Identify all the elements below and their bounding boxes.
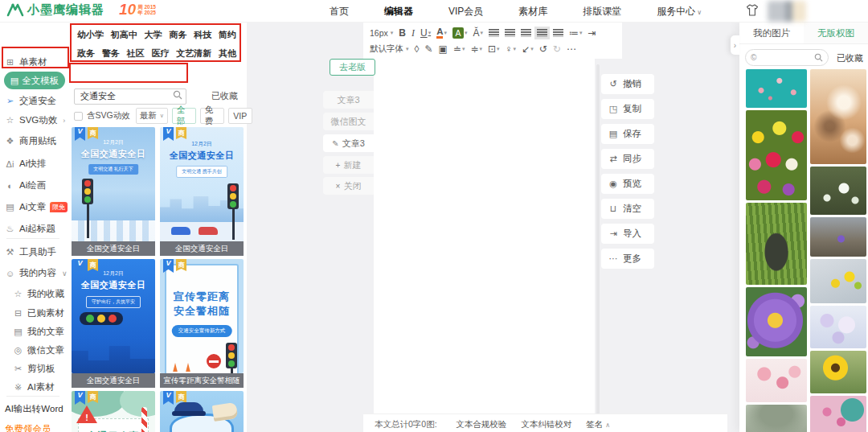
sidebar-item-wechat-articles[interactable]: ◎ 微信文章 [13, 344, 64, 356]
category-tech[interactable]: 科技 [194, 29, 211, 41]
letter-spacing-button[interactable]: Ă▾ [473, 27, 484, 39]
doc-tab-new[interactable]: + 新建 [323, 156, 374, 174]
app-logo[interactable]: 小墨鹰编辑器 [6, 2, 104, 18]
category-police[interactable]: 警务 [102, 47, 120, 60]
font-size-select[interactable]: 16px▾ [370, 28, 393, 38]
photo-purple-primrose[interactable] [746, 287, 807, 356]
photo-warm-blossom-tree[interactable] [810, 69, 866, 164]
search-icon[interactable] [173, 90, 182, 100]
template-search-input[interactable] [74, 88, 186, 105]
more-tools-icon[interactable]: ⋯ [567, 43, 576, 55]
image-search[interactable]: © [745, 49, 829, 66]
user-avatar-blurred[interactable] [768, 1, 806, 22]
photo-snowdrops[interactable] [810, 167, 866, 215]
photo-tulip-field[interactable] [746, 110, 807, 200]
photo-pink-cherry-blossoms[interactable] [746, 359, 807, 402]
align-justify-icon[interactable] [537, 29, 547, 37]
sidebar-item-stickers[interactable]: ❖ 商用贴纸 [5, 135, 56, 147]
sort-dropdown[interactable]: 最新∨ [136, 108, 168, 124]
align-right-icon[interactable] [521, 29, 531, 37]
undo-action-button[interactable]: ↺ 撤销 [601, 74, 654, 94]
category-community[interactable]: 社区 [127, 47, 145, 60]
preview-action-button[interactable]: ◉ 预览 [601, 174, 654, 194]
template-card[interactable]: V 商 12月2日 全国交通安全日 文明交通 礼行天下 全国交通安全日 [72, 127, 155, 256]
photo-ivy-arch[interactable] [746, 405, 807, 432]
photo-ground-purple-flower[interactable] [810, 217, 866, 257]
proofread-link[interactable]: 文本纠错校对 [521, 419, 571, 430]
undo-icon[interactable]: ↺ [539, 43, 547, 55]
paragraph-spacing-button[interactable]: ≑▾ [470, 43, 482, 55]
editor-canvas[interactable] [374, 58, 595, 413]
category-college[interactable]: 大学 [145, 29, 162, 41]
ordered-list-button[interactable]: ≔▾ [569, 27, 583, 39]
sidebar-item-ai-article[interactable]: ▤ Ai文章 限免 [5, 201, 68, 213]
sidebar-item-free-vip[interactable]: 免费领会员 [5, 423, 51, 432]
sidebar-item-traffic-safety[interactable]: ➢ 交通安全 [5, 95, 56, 107]
filter-tab-free[interactable]: 免费 [200, 108, 224, 124]
photo-teal-sky-blossoms[interactable] [746, 69, 807, 108]
brush-icon[interactable]: ✎ [424, 43, 432, 55]
category-medical[interactable]: 医疗 [151, 47, 169, 60]
nav-vip[interactable]: VIP会员 [448, 5, 483, 19]
import-action-button[interactable]: ⇥ 导入 [601, 224, 654, 244]
filter-tab-vip[interactable]: VIP [228, 108, 252, 124]
template-thumbnail-school-escort[interactable]: V 商 护航开学季 平安“警”相随 [160, 391, 244, 432]
sidebar-item-my-articles[interactable]: ▤ 我的文章 [13, 326, 64, 338]
sidebar-item-full-template-active[interactable]: ▤ 全文模板 [4, 72, 65, 89]
nav-materials[interactable]: 素材库 [518, 5, 547, 19]
doc-tab-article3[interactable]: 文章3 [323, 91, 374, 109]
category-middle-school[interactable]: 初高中 [111, 29, 137, 41]
collected-link[interactable]: 已收藏 [837, 52, 863, 64]
template-thumbnail-zero-distance[interactable]: V 商 宣传零距离 安全警相随 交通安全宣传新方式 [160, 259, 244, 373]
bold-button[interactable]: B [399, 27, 406, 39]
more-action-button[interactable]: ⋯ 更多 [601, 249, 654, 269]
nav-home[interactable]: 首页 [330, 5, 349, 19]
skin-tshirt-icon[interactable] [746, 4, 759, 17]
template-card[interactable]: V 商 12月2日 全国交通安全日 守护出行，共筑平安 全国交通安全日 [72, 259, 155, 388]
align-indent-icon[interactable] [553, 29, 563, 37]
nav-courses[interactable]: 排版课堂 [583, 5, 621, 19]
underline-button[interactable]: U▾ [420, 27, 431, 39]
template-thumbnail-traffic-day-1[interactable]: V 商 12月2日 全国交通安全日 文明交通 礼行天下 [72, 127, 155, 241]
sidebar-item-single-material[interactable]: ⊞ 单素材 [5, 56, 47, 68]
legacy-version-button[interactable]: 去老版 [330, 59, 375, 76]
canvas-scrollbar[interactable] [596, 64, 600, 432]
sync-action-button[interactable]: ⇄ 同步 [601, 149, 654, 169]
sidebar-item-purchased[interactable]: ⊟ 已购素材 [13, 307, 64, 319]
align-center-icon[interactable] [505, 29, 515, 37]
template-card[interactable]: V 商 12月2日 全国交通安全日 文明交通 携手共创 全国交通安全日 [160, 127, 244, 256]
highlight-color-button[interactable]: A▾ [452, 27, 468, 39]
search-icon[interactable] [814, 53, 823, 62]
save-action-button[interactable]: ▤ 保存 [601, 124, 654, 144]
sidebar-item-my-content[interactable]: ☺ 我的内容 ∨ [5, 267, 68, 279]
sidebar-item-svg-effects[interactable]: ☆ SVG动效 › [5, 114, 65, 126]
sidebar-item-clipboard[interactable]: ✂ 剪切板 [13, 363, 55, 375]
corner-arrow-button[interactable]: ↙▾ [522, 43, 534, 55]
sidebar-item-my-favorites[interactable]: ☆ 我的收藏 [13, 288, 64, 300]
svg-effect-checkbox[interactable] [74, 112, 83, 121]
photo-sunflower[interactable] [810, 351, 866, 393]
copy-action-button[interactable]: ◳ 复制 [601, 99, 654, 119]
doc-tab-wechat[interactable]: 微信图文 [323, 113, 374, 130]
template-card[interactable]: V 商 交通无小事 安全伴我行 [72, 391, 155, 432]
line-height-button[interactable]: ≐▾ [453, 43, 465, 55]
font-family-select[interactable]: 默认字体▾ [370, 43, 409, 55]
filter-tab-all[interactable]: 全部 [172, 108, 196, 124]
eraser-icon[interactable]: ◊ [415, 43, 420, 55]
clear-action-button[interactable]: ⊔ 清空 [601, 199, 654, 219]
nav-service[interactable]: 服务中心∨ [657, 5, 702, 19]
template-card[interactable]: V 商 宣传零距离 安全警相随 交通安全宣传新方式 宣传零距离安全警相随 [160, 259, 244, 388]
photo-person-in-grass[interactable] [746, 203, 807, 285]
template-card[interactable]: V 商 护航开学季 平安“警”相随 [160, 391, 244, 432]
category-preschool[interactable]: 幼小学 [77, 29, 104, 41]
category-other[interactable]: 其他 [219, 47, 236, 60]
insert-image-icon[interactable]: ▣ [439, 43, 448, 55]
tab-copyright-free[interactable]: 无版权图 [804, 23, 868, 43]
template-thumbnail-traffic-matters[interactable]: V 商 交通无小事 安全伴我行 [72, 391, 155, 432]
sidebar-item-ai-painting[interactable]: ◐ Ai绘画 [5, 179, 46, 191]
doc-tab-close[interactable]: × 关闭 [323, 177, 374, 195]
category-business[interactable]: 商务 [169, 29, 186, 41]
sidebar-item-ai-to-word[interactable]: AI输出转Word [5, 403, 63, 415]
sidebar-item-ai-materials[interactable]: ※ AI素材 [13, 381, 55, 393]
doc-tab-article3-active[interactable]: ✎ 文章3 [323, 134, 374, 152]
